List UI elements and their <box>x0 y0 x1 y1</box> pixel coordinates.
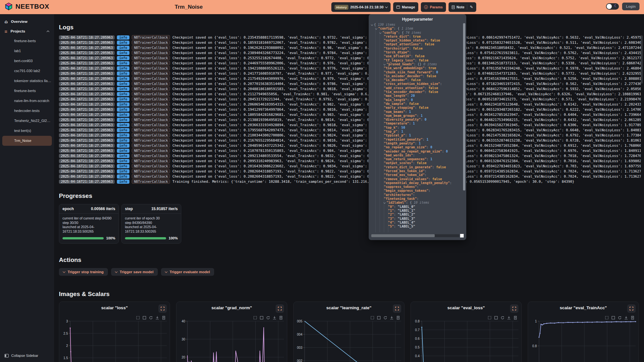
tree-line: "architectures": <box>369 193 462 197</box>
progress-card-body: current iter of current step 84390step 3… <box>59 214 118 235</box>
expand-chart-button[interactable] <box>276 304 284 313</box>
chart-plot[interactable]: 40302010 <box>176 317 286 362</box>
tree-colon: : <box>409 47 413 50</box>
log-row: 2025-04-16T21:18:27.205963infoNBTrainerC… <box>59 179 641 184</box>
log-level-badge: info <box>117 71 129 76</box>
tree-colon: : <box>414 62 418 66</box>
tree-key: "suppress_tokens" <box>384 185 417 189</box>
log-tag-badge: NBTrainerCallback <box>132 117 170 122</box>
chart-plot[interactable]: 0.80.70.60.50.40.30.2 <box>411 317 521 362</box>
tree-colon: : <box>415 59 419 62</box>
tree-line: { 130 items <box>369 23 462 27</box>
collapse-sidebar-button[interactable]: Collapse Sidebar <box>0 352 43 359</box>
log-timestamp-badge: 2025-04-16T21:18:27.205963 <box>59 35 115 40</box>
sidebar-item-project[interactable]: bert-conll03 <box>0 56 54 66</box>
chart-title: scalar "grad_norm" <box>176 305 287 310</box>
sidebar-item-project[interactable]: csc791-030 lab2 <box>0 66 54 76</box>
svg-text:1.5: 1.5 <box>63 356 68 360</box>
sidebar-item-project[interactable]: test bert(s) <box>0 126 54 136</box>
sidebar-item-project[interactable]: lab1 <box>0 46 54 56</box>
sidebar-item-project[interactable]: finetune-berts <box>0 86 54 96</box>
tree-key: "output_hidden_states" <box>384 39 426 42</box>
tree-key: "encoder_no_repeat_ngram_size" <box>384 150 442 153</box>
action-button[interactable]: Trigger save model <box>111 268 158 276</box>
note-button[interactable]: Note ✎ <box>449 2 477 12</box>
login-button[interactable]: Login <box>622 3 639 10</box>
sidebar-item-project[interactable]: finetune-berts <box>0 36 54 46</box>
progress-bar-row: 100% <box>59 235 118 243</box>
tree-colon: : <box>407 98 411 102</box>
tree-collapse-icon[interactable] <box>375 27 377 29</box>
logs-scrollbar[interactable] <box>641 35 643 84</box>
scrollbar-thumb[interactable] <box>371 234 435 237</box>
tree-key: "tie_word_embeddings" <box>384 66 424 70</box>
log-timestamp-badge: 2025-04-16T21:18:27.205963 <box>59 144 115 148</box>
sidebar-item-project[interactable]: Terahertz_No22_Gl261_gl... <box>0 116 54 126</box>
tree-colon: : <box>413 193 417 197</box>
sidebar-item-project[interactable]: hedecoder-tests <box>0 106 54 116</box>
log-timestamp-badge: 2025-04-16T21:18:27.205963 <box>59 133 115 137</box>
sidebar-item-project[interactable]: naive-llm-from-scratch <box>0 96 54 106</box>
sidebar-item-overview[interactable]: ⌂ Overview <box>0 17 54 26</box>
log-tag-badge: NBTrainerCallback <box>132 61 170 65</box>
log-tag-badge: NBTrainerCallback <box>132 133 170 137</box>
log-level-badge: info <box>117 46 129 50</box>
sidebar-item-project[interactable]: tokenizer statistics llama... <box>0 76 54 86</box>
tree-key: "bad_words_ids" <box>384 153 413 157</box>
chart-plot[interactable]: 32.521.510.5 <box>59 317 169 362</box>
log-level-badge: info <box>117 77 129 81</box>
tree-value: 1 <box>413 122 415 125</box>
page-title: Trm_Noise <box>175 4 203 10</box>
tree-collapse-icon[interactable] <box>384 63 385 65</box>
params-button[interactable]: i Params <box>421 2 446 12</box>
tree-key: "1" <box>388 209 394 212</box>
svg-text:2: 2 <box>66 344 68 348</box>
scrollbar-corner <box>460 234 464 237</box>
tree-key: "remove_invalid_values" <box>384 177 428 181</box>
log-timestamp-badge: 2025-04-16T21:18:27.205963 <box>59 149 115 153</box>
sidebar-item-projects[interactable]: ≡ Projects <box>0 26 54 36</box>
theme-toggle[interactable]: ☾ <box>606 3 619 10</box>
projects-list-icon: ≡ <box>5 29 7 34</box>
expand-chart-button[interactable] <box>510 304 518 313</box>
tree-colon: : <box>405 134 409 137</box>
log-level-badge: info <box>117 87 129 91</box>
tree-line: "is_decoder": false <box>369 78 462 82</box>
log-tag-badge: NBTrainerCallback <box>132 174 170 179</box>
chart-plot[interactable]: 10.80.6 <box>528 317 638 362</box>
tree-line: "forced_eos_token_id": <box>369 173 462 177</box>
log-row: 2025-04-16T21:18:27.205963infoNBTrainerC… <box>59 71 641 76</box>
pencil-icon[interactable]: ✎ <box>470 5 473 9</box>
popover-vertical-scrollbar[interactable] <box>463 23 465 190</box>
tree-collapse-icon[interactable] <box>384 201 385 203</box>
expand-chart-button[interactable] <box>393 304 401 313</box>
log-row: 2025-04-16T21:18:27.205963infoNBTrainerC… <box>59 169 641 174</box>
action-buttons: Trigger stop trainingTrigger save modelT… <box>59 268 641 276</box>
chart-title: scalar "eval_loss" <box>411 305 521 310</box>
sidebar-item-project[interactable]: Trm_Noise <box>2 136 52 146</box>
manage-label: Manage <box>402 5 415 9</box>
manage-button[interactable]: Manage <box>393 2 418 12</box>
tree-line: "diversity_penalty": 0 <box>369 118 462 122</box>
tree-line: "torch_dtype": <box>369 51 462 54</box>
action-button[interactable]: Trigger evaluate model <box>161 268 214 276</box>
popover-horizontal-scrollbar[interactable] <box>371 234 459 237</box>
tree-colon: : <box>411 54 415 58</box>
log-tag-badge: NBTrainerCallback <box>132 159 170 163</box>
log-level-badge: info <box>117 159 129 163</box>
tree-collapse-icon[interactable] <box>379 32 381 33</box>
chart-plot[interactable]: 005004003002001 <box>294 317 403 362</box>
tree-colon: : <box>415 106 419 109</box>
tree-key: "use_bfloat16" <box>384 54 411 58</box>
history-dropdown[interactable]: History 2025-04-16 21:18:30 <box>331 2 391 12</box>
progress-percent: 100% <box>169 236 178 240</box>
log-row: 2025-04-16T21:18:27.205963infoNBTrainerC… <box>59 163 641 169</box>
tree-line: "return_dict_in_generate": false <box>369 165 462 169</box>
log-tag-badge: NBTrainerCallback <box>132 112 170 117</box>
action-button[interactable]: Trigger stop training <box>59 268 108 276</box>
tree-collapse-icon[interactable] <box>371 23 373 25</box>
tree-colon: : <box>450 181 454 185</box>
expand-chart-button[interactable] <box>158 304 167 313</box>
svg-text:004: 004 <box>297 333 302 336</box>
expand-chart-button[interactable] <box>627 304 636 313</box>
